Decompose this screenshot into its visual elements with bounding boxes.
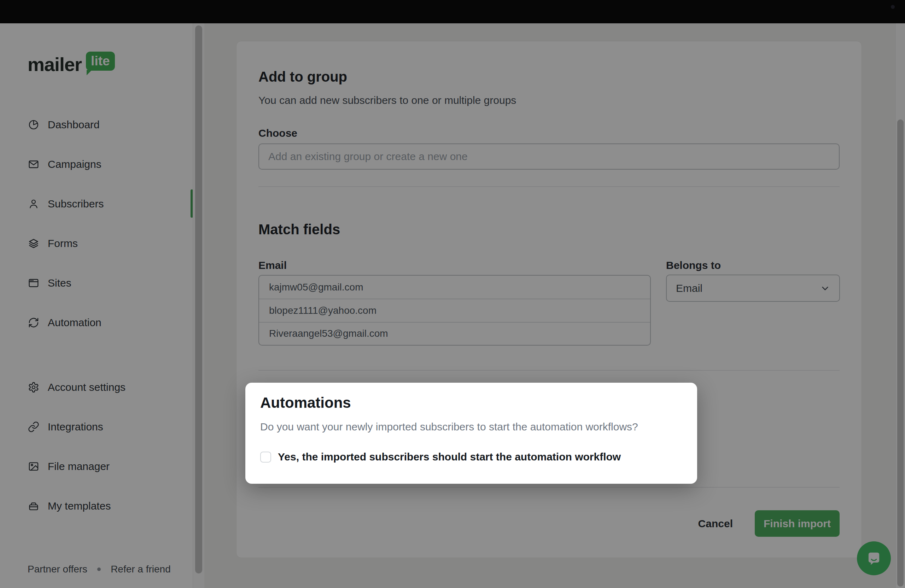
dim-overlay — [0, 0, 905, 588]
mailerlite-import-page: { "sidebar": { "logo": { "text": "mailer… — [0, 0, 905, 588]
start-automation-checkbox-label: Yes, the imported subscribers should sta… — [278, 450, 621, 463]
automations-question: Do you want your newly imported subscrib… — [260, 420, 638, 434]
start-automation-option[interactable]: Yes, the imported subscribers should sta… — [260, 450, 621, 463]
automations-title: Automations — [260, 394, 351, 412]
automations-dialog: Automations Do you want your newly impor… — [245, 383, 697, 484]
start-automation-checkbox[interactable] — [260, 452, 271, 463]
